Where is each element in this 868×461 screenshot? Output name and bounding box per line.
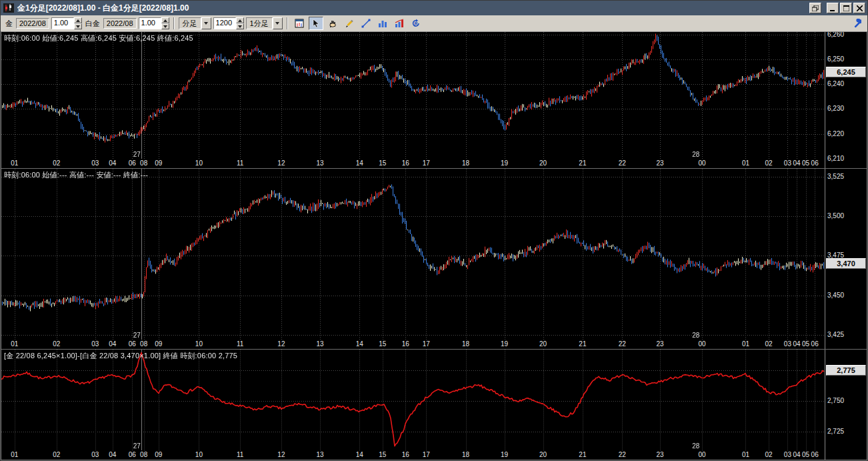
platinum-contract-field[interactable]: 2022/08	[103, 18, 137, 29]
time-axis-label: 04	[793, 450, 800, 460]
bar-chart-red-tool-button[interactable]	[392, 17, 407, 30]
time-axis-label: 06	[811, 159, 819, 168]
platinum-chart-plot[interactable]: 時刻:06:00 始値:--- 高値:--- 安値:--- 終値:--- 272…	[1, 169, 825, 340]
trendline-tool-button[interactable]	[359, 17, 373, 30]
platinum-chart-panel: 時刻:06:00 始値:--- 高値:--- 安値:--- 終値:--- 272…	[1, 169, 867, 350]
time-axis-label: 13	[316, 340, 323, 349]
time-axis-label: 01	[742, 159, 749, 168]
time-axis-label: 03	[784, 159, 791, 168]
platinum-multiplier-spinner[interactable]: 1.00	[139, 17, 169, 29]
chart-type-value[interactable]: 分足	[179, 17, 201, 29]
time-axis-label: 02	[53, 159, 60, 168]
gold-contract-field[interactable]: 2022/08	[16, 18, 49, 29]
time-axis-label: 05	[802, 340, 809, 349]
time-axis-label: 00	[698, 340, 705, 349]
bar-chart-tool-button[interactable]	[375, 17, 390, 30]
time-axis-label: 23	[656, 450, 663, 460]
spread-readout: [金 22/08 6,245×1.00]-[白金 22/08 3,470×1.0…	[4, 351, 237, 361]
time-axis-label: 06	[811, 450, 819, 460]
time-axis-label: 08	[140, 340, 147, 349]
time-axis-label: 01	[11, 159, 18, 168]
time-axis-label: 19	[501, 340, 508, 349]
toolbar-separator	[287, 17, 288, 29]
cursor-icon	[311, 19, 321, 28]
gold-chart-plot[interactable]: 時刻:06:00 始値:6,245 高値:6,245 安値:6,245 終値:6…	[1, 32, 825, 159]
gold-multiplier-down-button[interactable]	[74, 23, 82, 29]
time-axis-label: 11	[237, 340, 243, 349]
platinum-chart-canvas[interactable]	[1, 169, 825, 340]
time-axis-label: 14	[356, 159, 363, 168]
gold-ohlc-readout: 時刻:06:00 始値:6,245 高値:6,245 安値:6,245 終値:6…	[4, 33, 193, 43]
maximize-button[interactable]	[840, 3, 852, 13]
platinum-label: 白金	[84, 19, 101, 29]
bar-count-value[interactable]: 1200	[213, 17, 236, 29]
price-axis-label: 6,250	[827, 55, 844, 63]
time-axis-label: 03	[784, 450, 791, 460]
restore-button[interactable]	[809, 3, 821, 13]
minimize-button[interactable]	[827, 3, 839, 13]
gold-multiplier-value[interactable]: 1.00	[51, 17, 74, 29]
close-button[interactable]	[853, 3, 865, 13]
time-axis-label: 03	[91, 159, 99, 168]
time-axis-label: 13	[316, 159, 323, 168]
time-axis-label: 16	[402, 450, 409, 460]
settings-tool-button[interactable]	[849, 17, 864, 30]
chart-window-tool-button[interactable]	[292, 17, 307, 30]
price-axis-label: 3,500	[827, 212, 844, 220]
time-axis-label: 02	[765, 340, 772, 349]
gold-chart-canvas[interactable]	[1, 32, 825, 159]
bar-count-up-button[interactable]	[236, 17, 244, 23]
chevron-down-icon[interactable]	[273, 17, 283, 29]
price-axis-label: 2,725	[827, 428, 844, 436]
refresh-tool-button[interactable]: R	[409, 17, 423, 30]
spread-chart-canvas[interactable]	[1, 350, 825, 450]
toolbar: 金 2022/08 1.00 白金 2022/08 1.00 分足 1200	[1, 15, 867, 32]
time-axis-label: 02	[53, 340, 60, 349]
time-axis-label: 03	[91, 340, 99, 349]
time-axis-label: 21	[579, 340, 586, 349]
time-axis-label: 14	[356, 340, 363, 349]
timeframe-dropdown[interactable]: 1分足	[246, 17, 283, 29]
platinum-multiplier-value[interactable]: 1.00	[139, 17, 161, 29]
time-axis-label: 12	[277, 159, 285, 168]
day-marker-label: 27	[133, 332, 141, 339]
time-axis-label: 03	[784, 340, 791, 349]
price-axis-label: 3,525	[827, 173, 844, 181]
gold-multiplier-spinner[interactable]: 1.00	[51, 17, 82, 29]
time-axis-label: 09	[155, 159, 162, 168]
time-axis-label: 15	[379, 450, 386, 460]
spread-chart-plot[interactable]: [金 22/08 6,245×1.00]-[白金 22/08 3,470×1.0…	[1, 350, 825, 450]
spread-time-axis: 0102030406080910111213141516171819202122…	[1, 450, 825, 460]
gold-multiplier-up-button[interactable]	[74, 17, 82, 23]
time-axis-label: 06	[129, 450, 136, 460]
time-axis-label: 10	[195, 159, 203, 168]
chevron-down-icon[interactable]	[201, 17, 211, 29]
gold-time-axis: 0102030406080910111213141516171819202122…	[1, 159, 825, 168]
price-axis-label: 3,425	[827, 331, 844, 339]
pan-hand-tool-button[interactable]	[325, 17, 340, 30]
time-axis-label: 22	[619, 340, 626, 349]
time-axis-label: 17	[423, 159, 430, 168]
bar-count-spinner[interactable]: 1200	[213, 17, 244, 29]
current-price-badge: 3,470	[826, 258, 866, 269]
time-axis-label: 15	[379, 159, 386, 168]
time-axis-label: 22	[619, 450, 626, 460]
time-axis-label: 04	[109, 340, 116, 349]
draw-pencil-tool-button[interactable]	[342, 17, 357, 30]
time-axis-label: 16	[402, 159, 409, 168]
platinum-price-axis: 3,5253,5003,4753,4503,4253,470	[825, 169, 867, 349]
time-axis-label: 21	[579, 159, 586, 168]
time-axis-label: 08	[140, 159, 147, 168]
chart-type-dropdown[interactable]: 分足	[179, 17, 211, 29]
price-axis-label: 6,210	[827, 155, 844, 163]
time-axis-label: 20	[539, 450, 547, 460]
title-bar[interactable]: 金1分足[2022/08]1.00 - 白金1分足[2022/08]1.00	[1, 1, 867, 15]
platinum-multiplier-up-button[interactable]	[161, 17, 169, 23]
chart-app-window: 金1分足[2022/08]1.00 - 白金1分足[2022/08]1.00 金…	[0, 0, 868, 461]
timeframe-value[interactable]: 1分足	[246, 17, 273, 29]
bar-count-down-button[interactable]	[236, 23, 244, 29]
time-axis-label: 18	[462, 450, 469, 460]
time-axis-label: 17	[423, 450, 430, 460]
platinum-multiplier-down-button[interactable]	[161, 23, 169, 29]
cursor-select-tool-button[interactable]	[309, 17, 323, 30]
